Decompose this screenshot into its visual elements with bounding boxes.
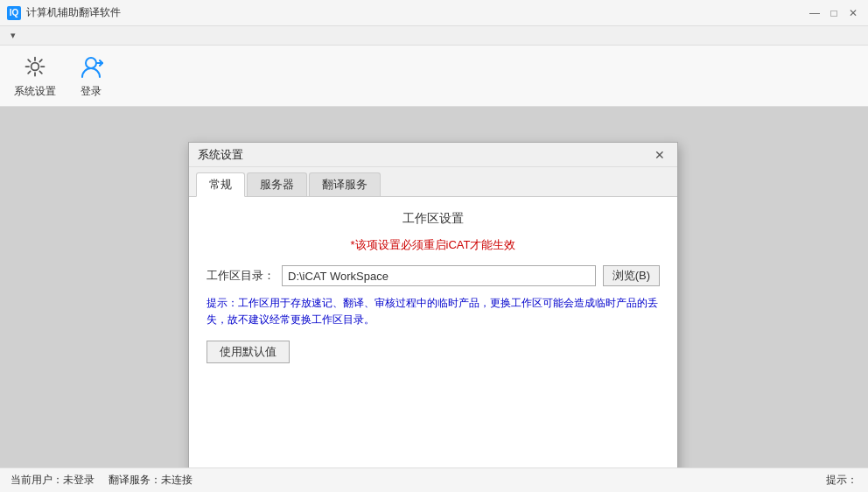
title-bar-left: IQ 计算机辅助翻译软件 xyxy=(7,5,121,20)
default-value-button[interactable]: 使用默认值 xyxy=(206,341,290,363)
title-bar: IQ 计算机辅助翻译软件 — □ ✕ xyxy=(0,0,868,26)
login-icon xyxy=(77,53,105,81)
toolbar-login[interactable]: 登录 xyxy=(65,51,117,102)
minimize-button[interactable]: — xyxy=(807,5,822,21)
modal-overlay: 系统设置 ✕ 常规 服务器 翻译服务 工作区设置 *该项设置必须重启iCAT才能… xyxy=(0,107,868,467)
dialog-title: 系统设置 xyxy=(198,147,243,163)
svg-rect-1 xyxy=(86,58,96,68)
window-controls: — □ ✕ xyxy=(807,5,861,21)
close-button[interactable]: ✕ xyxy=(845,5,861,21)
maximize-button[interactable]: □ xyxy=(826,5,842,21)
tab-server[interactable]: 服务器 xyxy=(247,172,307,196)
workspace-field-row: 工作区目录： 浏览(B) xyxy=(206,265,660,286)
dialog-content: 工作区设置 *该项设置必须重启iCAT才能生效 工作区目录： 浏览(B) 提示：… xyxy=(189,197,677,492)
section-title: 工作区设置 xyxy=(206,211,660,227)
hint-text: 提示：工作区用于存放速记、翻译、审核过程中的临时产品，更换工作区可能会造成临时产… xyxy=(206,295,660,328)
status-user: 当前用户：未登录 xyxy=(10,473,94,488)
gear-icon xyxy=(21,53,49,81)
status-bar: 当前用户：未登录 翻译服务：未连接 提示： xyxy=(0,467,868,492)
status-left: 当前用户：未登录 翻译服务：未连接 xyxy=(10,473,192,488)
app-icon: IQ xyxy=(7,6,21,20)
app-title: 计算机辅助翻译软件 xyxy=(26,5,121,20)
status-service: 翻译服务：未连接 xyxy=(108,473,192,488)
warning-text: *该项设置必须重启iCAT才能生效 xyxy=(206,237,660,253)
workspace-input[interactable] xyxy=(282,265,596,286)
dialog-close-button[interactable]: ✕ xyxy=(651,146,668,164)
settings-dialog: 系统设置 ✕ 常规 服务器 翻译服务 工作区设置 *该项设置必须重启iCAT才能… xyxy=(188,142,678,492)
tab-translation-service[interactable]: 翻译服务 xyxy=(309,172,381,196)
browse-button[interactable]: 浏览(B) xyxy=(603,265,660,286)
quick-access-dropdown[interactable]: ▾ xyxy=(7,29,19,42)
toolbar-settings-label: 系统设置 xyxy=(14,84,56,99)
main-area: 系统设置 ✕ 常规 服务器 翻译服务 工作区设置 *该项设置必须重启iCAT才能… xyxy=(0,107,868,467)
dialog-tabs: 常规 服务器 翻译服务 xyxy=(189,167,677,197)
dialog-title-bar: 系统设置 ✕ xyxy=(189,143,677,167)
toolbar-login-label: 登录 xyxy=(80,84,102,99)
toolbar: 系统设置 登录 xyxy=(0,46,868,107)
toolbar-settings[interactable]: 系统设置 xyxy=(9,51,61,102)
tab-general[interactable]: 常规 xyxy=(196,172,245,197)
workspace-label: 工作区目录： xyxy=(206,268,275,284)
quick-access-bar: ▾ xyxy=(0,26,868,46)
status-hint: 提示： xyxy=(826,473,858,488)
svg-point-0 xyxy=(32,63,39,71)
